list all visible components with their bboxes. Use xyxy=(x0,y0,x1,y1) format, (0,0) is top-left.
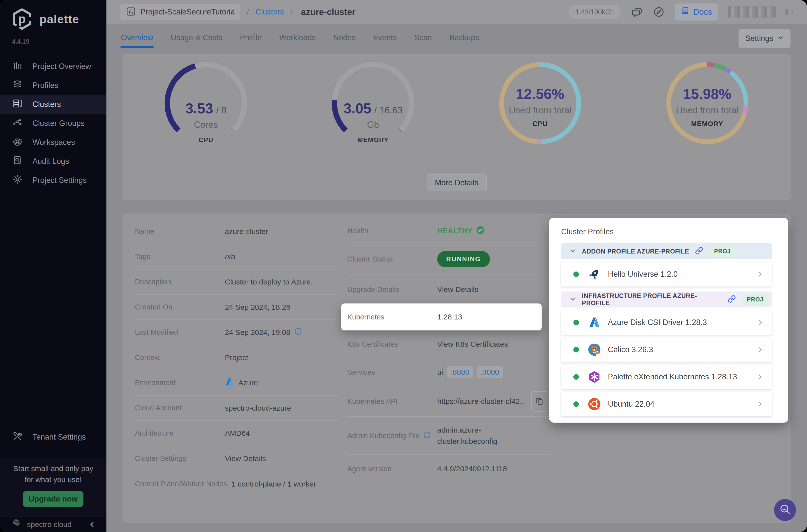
kubernetes-api-url: https://azure-cluster-cf42... xyxy=(437,397,526,406)
brand-name: palette xyxy=(39,12,79,26)
memory-capacity: / 16.63 xyxy=(374,105,402,116)
profile-item-calico[interactable]: Calico 3.26.3 xyxy=(561,338,772,362)
sidebar-item-profiles[interactable]: Profiles xyxy=(0,76,107,95)
addon-profile-group-header[interactable]: ADDON PROFILE AZURE-PROFILE PROJ xyxy=(561,243,772,259)
row-label: Architecture xyxy=(135,429,225,437)
copy-api-url-button[interactable] xyxy=(531,391,548,412)
sidebar: p palette 4.4.19 Project Overview Profil… xyxy=(0,0,107,532)
tab-usage-costs[interactable]: Usage & Costs xyxy=(170,26,223,50)
row-label: Cluster Settings xyxy=(135,454,225,462)
donuts-section: 12.56% Used from total CPU 15.98% Used f… xyxy=(457,61,791,166)
gauges-section: 3.53 / 8 Cores CPU 3.05 / 16.63 Gb xyxy=(123,61,457,166)
status-dot-green xyxy=(574,374,579,380)
status-dot-green xyxy=(574,271,579,277)
row-label: Context xyxy=(135,354,225,362)
azure-icon xyxy=(225,377,234,388)
window-menu-redacted xyxy=(786,9,792,15)
tab-events[interactable]: Events xyxy=(373,26,397,50)
upgrade-now-button[interactable]: Upgrade now xyxy=(23,491,83,507)
upgrade-promo: Start small and only pay for what you us… xyxy=(0,458,107,517)
sidebar-item-audit-logs[interactable]: Audit Logs xyxy=(0,152,107,171)
brand-logo: p palette xyxy=(11,7,79,31)
more-details-button[interactable]: More Details xyxy=(427,174,487,191)
detail-row-agent-version: Agent version 4.4.9/20240912.1118 xyxy=(347,455,550,483)
sidebar-item-clusters[interactable]: Clusters xyxy=(0,95,107,114)
cpu-donut-ring xyxy=(502,64,579,141)
detail-row-tags: Tags n/a xyxy=(135,244,338,269)
workspaces-icon xyxy=(13,136,22,148)
row-value: Project xyxy=(225,354,248,362)
kubeconfig-line1: admin.azure- xyxy=(437,424,497,436)
sidebar-item-workspaces[interactable]: Workspaces xyxy=(0,133,107,152)
detail-row-certificates: K8s Certificates View K8s Certificates xyxy=(347,330,550,358)
detail-row-kubeconfig: Admin Kubeconfig File admin.azure- clust… xyxy=(347,417,550,455)
row-label: Name xyxy=(135,227,225,235)
collapse-sidebar-icon[interactable] xyxy=(89,521,96,528)
tab-scan[interactable]: Scan xyxy=(414,26,432,50)
status-badge[interactable]: RUNNING xyxy=(437,251,490,267)
details-right-column: Health HEALTHY Cluster Status RUNNING Up… xyxy=(347,219,550,483)
settings-dropdown-button[interactable]: Settings xyxy=(738,29,790,48)
memory-donut-label: MEMORY xyxy=(665,120,750,128)
profile-item-label: Azure Disk CSI Driver 1.28.3 xyxy=(608,318,707,327)
chat-icon[interactable] xyxy=(631,6,643,18)
row-value: Cluster to deploy to Azure. xyxy=(225,278,313,286)
kubeconfig-download-link[interactable]: admin.azure- cluster.kubeconfig xyxy=(437,424,497,447)
project-overview-icon xyxy=(13,60,22,72)
memory-donut-ring xyxy=(669,64,746,141)
details-left-column: Name azure-cluster Tags n/a Description … xyxy=(135,219,338,496)
chevron-right-icon xyxy=(756,319,764,326)
view-k8s-certificates-link[interactable]: View K8s Certificates xyxy=(437,340,508,348)
profile-item-hello-universe[interactable]: Hello Universe 1.2.0 xyxy=(561,262,772,286)
sidebar-item-project-settings[interactable]: Project Settings xyxy=(0,171,107,190)
sidebar-item-label: Cluster Groups xyxy=(33,119,85,128)
infrastructure-profile-group-header[interactable]: INFRASTRUCTURE PROFILE AZURE-PROFILE PRO… xyxy=(561,291,772,307)
row-label: Upgrade Details xyxy=(347,285,437,294)
profile-item-azure-disk-csi[interactable]: Azure Disk CSI Driver 1.28.3 xyxy=(561,310,772,335)
cluster-settings-view-details-link[interactable]: View Details xyxy=(225,454,266,463)
check-circle-icon xyxy=(476,226,485,236)
tab-overview[interactable]: Overview xyxy=(120,26,154,50)
search-fab-button[interactable] xyxy=(774,499,796,521)
tab-nodes[interactable]: Nodes xyxy=(333,26,356,50)
top-right-actions: 1.43/100kCh Docs xyxy=(569,3,792,20)
tab-backups[interactable]: Backups xyxy=(449,26,480,50)
profile-item-palette-extended-kubernetes[interactable]: Palette eXtended Kubernetes 1.28.13 xyxy=(561,365,772,389)
row-label: Last Modified xyxy=(135,328,225,337)
service-port-8080-link[interactable]: :8080 xyxy=(447,366,473,378)
detail-row-description: Description Cluster to deploy to Azure. xyxy=(135,269,338,295)
row-label: Kubernetes xyxy=(347,313,437,321)
chevron-down-icon xyxy=(777,34,784,43)
tab-workloads[interactable]: Workloads xyxy=(279,26,316,50)
sidebar-item-label: Tenant Settings xyxy=(33,433,86,442)
main-area: Project-ScaleSecureTutoria / Clusters / … xyxy=(107,0,807,532)
profile-item-ubuntu[interactable]: Ubuntu 22.04 xyxy=(561,392,772,416)
sidebar-item-project-overview[interactable]: Project Overview xyxy=(0,57,107,76)
profile-item-label: Palette eXtended Kubernetes 1.28.13 xyxy=(608,373,737,381)
palette-logo-icon: p xyxy=(11,7,34,31)
breadcrumb-clusters-link[interactable]: Clusters xyxy=(256,7,284,17)
cpu-donut-label: CPU xyxy=(498,120,583,128)
docs-button[interactable]: Docs xyxy=(675,3,718,20)
info-icon[interactable] xyxy=(294,328,302,337)
compass-icon[interactable] xyxy=(653,6,665,18)
upgrade-view-details-link[interactable]: View Details xyxy=(437,285,478,294)
breadcrumb-separator: / xyxy=(247,7,249,17)
memory-donut: 15.98% Used from total MEMORY xyxy=(665,61,750,166)
azure-disk-icon xyxy=(588,316,601,329)
row-label: Control Plane/Worker Nodes xyxy=(135,480,227,488)
sidebar-item-cluster-groups[interactable]: Cluster Groups xyxy=(0,114,107,133)
row-label: K8s Certificates xyxy=(347,340,437,348)
sidebar-item-tenant-settings[interactable]: Tenant Settings xyxy=(0,428,107,446)
calico-icon xyxy=(588,343,601,356)
breadcrumb-project-chip[interactable]: Project-ScaleSecureTutoria xyxy=(120,4,240,20)
memory-unit: Gb xyxy=(331,120,415,130)
kubeconfig-line2: cluster.kubeconfig xyxy=(437,436,497,447)
breadcrumb-separator: / xyxy=(290,7,293,17)
promo-line1: Start small and only pay xyxy=(0,464,107,473)
service-port-3000-link[interactable]: :3000 xyxy=(477,366,503,378)
row-label: Health xyxy=(347,227,437,235)
memory-used-percent: 15.98% xyxy=(665,86,750,102)
tab-profile[interactable]: Profile xyxy=(239,26,262,50)
info-icon[interactable] xyxy=(423,431,431,440)
